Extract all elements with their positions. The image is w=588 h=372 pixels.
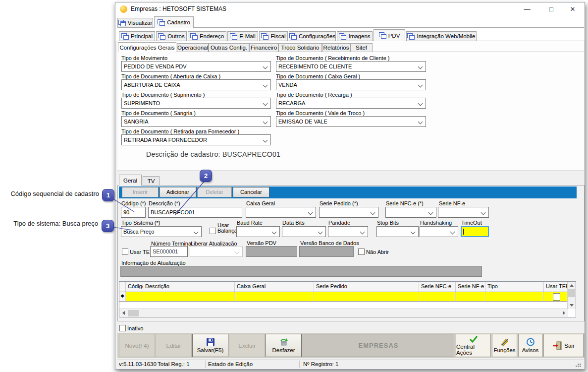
- chevron-down-icon: [318, 230, 323, 235]
- grid-col-serie-pedido[interactable]: Serie Pedido: [314, 282, 419, 292]
- tab-email[interactable]: E-Mail: [227, 31, 258, 41]
- clock-icon: [526, 338, 535, 346]
- scroll-right-icon[interactable]: [560, 310, 568, 316]
- tab-cadastro[interactable]: Cadastro: [154, 16, 194, 28]
- scrollbar-thumb[interactable]: [128, 310, 139, 316]
- tab-imagens[interactable]: Imagens: [337, 31, 373, 41]
- editar-button[interactable]: Editar: [156, 334, 192, 357]
- scroll-up-icon[interactable]: [568, 282, 576, 289]
- tipo-sistema-select[interactable]: Busca Preço: [121, 226, 202, 237]
- serie-nfce-select[interactable]: [385, 207, 436, 218]
- grid-horizontal-scrollbar[interactable]: [119, 309, 568, 317]
- minimize-button[interactable]: —: [520, 4, 535, 14]
- grid-col-serie-nfce[interactable]: Serie NFC-e: [419, 282, 456, 292]
- chevron-down-icon: [481, 210, 486, 215]
- screen: Empresas : HETOSOFT SISTEMAS — □ ✕ Visua…: [0, 0, 588, 372]
- recarga-select[interactable]: RECARGA: [276, 98, 426, 109]
- avisos-button[interactable]: Avisos: [518, 334, 542, 357]
- timeout-input[interactable]: [461, 226, 489, 237]
- tab-endereco[interactable]: Endereço: [188, 31, 226, 41]
- inativo-checkbox[interactable]: [119, 325, 126, 331]
- annotation-badge-3: 3: [102, 220, 114, 232]
- tab-financeiro[interactable]: Financeiro: [249, 43, 278, 52]
- vale-troco-select[interactable]: EMISSAO DE VALE: [276, 116, 426, 127]
- scrollbar-thumb[interactable]: [568, 289, 575, 297]
- usar-tef-label: Usar TEF: [130, 249, 153, 255]
- grid-col-tipo[interactable]: Tipo: [485, 282, 544, 292]
- funcoes-button[interactable]: Funções: [492, 334, 517, 357]
- recebimento-cliente-select[interactable]: RECEBIMENTO DE CLIENTE: [276, 61, 426, 72]
- serie-nfe-select[interactable]: [438, 207, 489, 218]
- form-tab-icon: [379, 32, 386, 39]
- tab-relatorios[interactable]: Relatórios: [322, 43, 350, 52]
- tab-principal[interactable]: Principal: [119, 31, 155, 41]
- tab-geral[interactable]: Geral: [119, 175, 142, 186]
- numero-terminal-input[interactable]: SE000001: [150, 246, 188, 257]
- data-bits-select[interactable]: [282, 226, 326, 237]
- tab-visualizar[interactable]: Visualizar: [117, 18, 153, 27]
- tipo-movimento-select[interactable]: PEDIDO DE VENDA PDV: [121, 61, 271, 72]
- grid-vertical-scrollbar[interactable]: [567, 282, 576, 309]
- scroll-left-icon[interactable]: [119, 310, 127, 316]
- liberar-atualizacao-select[interactable]: [190, 246, 243, 257]
- serie-pedido-select[interactable]: [319, 207, 378, 218]
- cancelar-button[interactable]: Cancelar: [233, 187, 269, 197]
- grid-col-descricao[interactable]: Descrição: [143, 282, 235, 292]
- grid-usar-tef-checkbox[interactable]: [553, 293, 560, 301]
- excluir-button[interactable]: Excluir: [229, 334, 265, 357]
- baud-rate-select[interactable]: [236, 226, 280, 237]
- field-label: Tipo de Documento ( Suprimento ): [121, 92, 205, 98]
- abertura-caixa-select[interactable]: ABERTURA DE CAIXA: [121, 79, 271, 90]
- retirada-fornecedor-select[interactable]: RETIRADA PARA FORNECEDOR: [121, 134, 271, 145]
- usar-tef-checkbox[interactable]: [122, 248, 128, 255]
- sair-button[interactable]: Sair: [543, 334, 584, 357]
- usar-balanca-checkbox[interactable]: [210, 228, 216, 234]
- grid-col-caixa-geral[interactable]: Caixa Geral: [235, 282, 314, 292]
- tab-outras-config[interactable]: Outras Config.: [209, 43, 249, 52]
- maximize-button[interactable]: □: [544, 4, 559, 14]
- grid-new-row[interactable]: ✱: [119, 292, 576, 302]
- form-tab-icon: [261, 33, 268, 40]
- sangria-select[interactable]: SANGRIA: [121, 116, 271, 127]
- close-button[interactable]: ✕: [565, 4, 580, 14]
- paridade-select[interactable]: [328, 226, 368, 237]
- resize-grip[interactable]: [578, 364, 579, 365]
- desfazer-button[interactable]: Desfazer: [266, 334, 302, 357]
- handshaking-select[interactable]: [420, 226, 458, 237]
- tab-pdv[interactable]: PDV: [374, 29, 405, 41]
- tab-outros[interactable]: Outros: [156, 31, 187, 41]
- inserir-button[interactable]: Inserir: [122, 187, 159, 197]
- descricao-input[interactable]: BUSCAPRECO01: [148, 207, 242, 218]
- chevron-down-icon: [428, 210, 433, 215]
- central-acoes-button[interactable]: Central Ações: [456, 334, 491, 357]
- status-estado: Estado de Edição: [208, 361, 253, 367]
- suprimento-select[interactable]: SUPRIMENTO: [121, 98, 271, 109]
- salvar-button[interactable]: Salvar(F5): [192, 334, 228, 357]
- grid-col-usar-tef[interactable]: Usar TEF: [544, 282, 568, 292]
- caixa-geral-doc-select[interactable]: VENDA: [276, 79, 426, 90]
- adicionar-button[interactable]: Adicionar: [160, 187, 196, 197]
- stop-bits-select[interactable]: [376, 226, 419, 237]
- caixa-geral-label: Caixa Geral: [246, 200, 275, 206]
- tab-troco-solidario[interactable]: Troco Solidario: [278, 43, 322, 52]
- form-tab-icon: [121, 33, 129, 40]
- tab-configuracoes[interactable]: Configurações: [289, 31, 336, 41]
- tab-fiscal[interactable]: Fiscal: [259, 31, 288, 41]
- scroll-down-icon[interactable]: [568, 302, 576, 309]
- grid-col-codigo[interactable]: Código: [126, 282, 143, 292]
- tab-configuracoes-gerais[interactable]: Configurações Gerais: [118, 42, 176, 52]
- tab-tv[interactable]: TV: [143, 176, 160, 186]
- tab-sitef[interactable]: Sitef: [350, 43, 373, 52]
- tab-integracao-web-mobile[interactable]: Integração Web/Mobile: [406, 31, 477, 41]
- codigo-input[interactable]: 90: [121, 207, 146, 218]
- status-num-registro: Nº Registro: 1: [303, 361, 338, 367]
- tab-operacional[interactable]: Operacional: [177, 43, 209, 52]
- novo-button[interactable]: Novo(F4): [119, 334, 155, 357]
- grid-col-serie-nfe[interactable]: Serie NF-e: [456, 282, 485, 292]
- chevron-down-icon: [450, 230, 455, 235]
- caixa-geral-select[interactable]: [246, 207, 316, 218]
- deletar-button[interactable]: Deletar: [197, 187, 232, 197]
- nao-abrir-checkbox[interactable]: [358, 248, 365, 255]
- status-total-reg: Total Reg.: 1: [158, 361, 190, 367]
- field-label: Tipo de Documento ( Sangria ): [121, 110, 196, 116]
